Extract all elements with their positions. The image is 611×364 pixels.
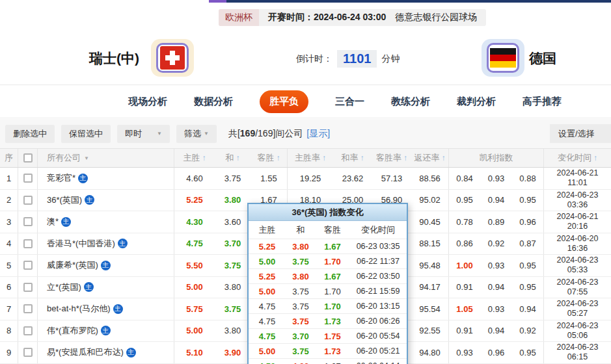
main-company-badge-icon: 主: [78, 174, 88, 183]
popup-home-odds: 4.75: [249, 317, 286, 326]
header-home-rate[interactable]: 主胜率↑: [288, 149, 333, 167]
home-team-name: 瑞士(中): [89, 49, 139, 68]
header-away-label: 客胜: [258, 152, 275, 164]
header-away-odds[interactable]: 客胜↑: [251, 149, 288, 167]
nav-tab[interactable]: 数据分析: [194, 96, 233, 108]
popup-away-odds: 1.70: [316, 302, 349, 311]
kelly-value: 0.92: [512, 320, 544, 342]
checkbox-cell: [18, 277, 38, 298]
nav-tab[interactable]: 三合一: [335, 96, 364, 108]
draw-odds: 3.90: [215, 342, 251, 363]
change-clock: 16:36: [567, 244, 588, 254]
header-company-label: 所有公司: [47, 152, 81, 164]
row-index: 5: [0, 255, 18, 276]
nav-tab[interactable]: 裁判分析: [457, 96, 496, 108]
company-cell: 36*(英国)主: [38, 190, 174, 211]
company-name: 香港马*(中国香港): [47, 238, 115, 250]
company-name: 易*(安提瓜和巴布达): [47, 346, 124, 358]
show-link[interactable]: [显示]: [306, 128, 330, 140]
popup-header-time: 变化时间: [349, 224, 407, 236]
sort-asc-icon: ↑: [202, 153, 206, 162]
change-date: 2024-06-21: [557, 212, 599, 222]
company-name: bet-at-h*(马尔他): [47, 303, 111, 315]
main-company-badge-icon: 主: [118, 239, 128, 248]
popup-row: 4.504.331.6706-20 04:14: [249, 358, 407, 364]
payout-rate: 94.17: [411, 277, 449, 298]
row-checkbox[interactable]: [23, 283, 33, 292]
header-draw-label: 和: [226, 152, 234, 164]
row-checkbox[interactable]: [23, 348, 33, 357]
main-company-badge-icon: 主: [113, 304, 123, 314]
popup-header-draw: 和: [286, 224, 316, 236]
kelly-value: 0.95: [512, 255, 544, 276]
header-home-rate-label: 主胜率: [295, 152, 320, 164]
row-checkbox[interactable]: [23, 196, 33, 205]
sort-asc-icon: ↑: [236, 153, 240, 162]
kelly-value: 0.93: [480, 298, 512, 320]
popup-change-time: 06-22 03:50: [349, 272, 407, 281]
row-checkbox[interactable]: [23, 174, 33, 183]
header-change-time[interactable]: 变化时间↑: [544, 149, 611, 167]
kelly-value: 0.89: [480, 211, 512, 233]
change-time: 2024-06-2111:01: [544, 168, 611, 189]
kelly-value: 0.91: [449, 277, 480, 298]
venue-name: 德意志银行公园球场: [388, 9, 486, 26]
nav-tab[interactable]: 现场分析: [128, 96, 167, 108]
instant-dropdown[interactable]: 即时 ▼: [117, 125, 170, 143]
nav-tab[interactable]: 教练分析: [391, 96, 430, 108]
row-checkbox[interactable]: [23, 217, 33, 226]
keep-selected-button[interactable]: 保留选中: [61, 125, 111, 143]
row-checkbox[interactable]: [23, 304, 33, 313]
settings-button[interactable]: 设置/选择: [550, 124, 611, 143]
row-checkbox[interactable]: [23, 326, 33, 335]
sort-asc-icon: ↑: [403, 153, 407, 162]
header-draw-rate[interactable]: 和率↑: [333, 149, 372, 167]
popup-away-odds: 1.70: [316, 287, 349, 296]
popup-body: 5.253.801.6706-23 03:355.003.751.7006-22…: [249, 239, 407, 364]
popup-draw-odds: 3.75: [286, 302, 316, 311]
popup-draw-odds: 3.80: [286, 272, 316, 281]
change-clock: 05:33: [567, 265, 588, 275]
kelly-value: 0.94: [480, 190, 512, 211]
popup-draw-odds: 4.33: [286, 361, 316, 364]
row-checkbox[interactable]: [23, 261, 33, 270]
header-company[interactable]: 所有公司 ▼: [38, 149, 174, 167]
popup-row: 5.253.801.6706-23 03:35: [249, 239, 407, 254]
row-checkbox[interactable]: [23, 239, 33, 248]
row-index: 8: [0, 320, 18, 342]
checkbox-cell: [18, 211, 38, 233]
kelly-value: 0.93: [449, 342, 480, 363]
company-cell: bet-at-h*(马尔他)主: [38, 298, 174, 320]
main-company-badge-icon: 主: [101, 326, 111, 335]
payout-rate: 92.55: [411, 320, 449, 342]
header-payout-rate[interactable]: 返还率↑: [411, 149, 449, 167]
nav-tab[interactable]: 胜平负: [260, 90, 308, 113]
company-name: 竞彩官*: [47, 172, 75, 184]
payout-rate: 90.45: [411, 211, 449, 233]
popup-draw-odds: 3.75: [286, 287, 316, 296]
toolbar: 删除选中 保留选中 即时 ▼ 筛选 ▼ 共[169/169]间公司 [显示] 设…: [0, 119, 611, 148]
row-index: 7: [0, 298, 18, 320]
popup-away-odds: 1.73: [316, 317, 349, 326]
table-row[interactable]: 1竞彩官*主4.603.751.5519.2523.6257.1388.560.…: [0, 168, 611, 190]
odds-comparison-page: 欧洲杯 开赛时间：2024-06-24 03:00 德意志银行公园球场 瑞士(中…: [0, 0, 611, 364]
main-company-badge-icon: 主: [85, 195, 94, 205]
checkbox-cell: [18, 168, 38, 189]
kelly-value: 0.93: [480, 168, 512, 189]
select-all-checkbox[interactable]: [23, 153, 33, 162]
popup-row: 5.003.751.7006-21 15:59: [249, 283, 407, 298]
draw-rate: 23.62: [333, 168, 372, 189]
filter-dropdown[interactable]: 筛选 ▼: [176, 125, 217, 143]
popup-change-time: 06-20 13:15: [349, 302, 407, 311]
header-home-odds[interactable]: 主胜↑: [174, 149, 215, 167]
header-away-rate[interactable]: 客胜率↑: [372, 149, 411, 167]
home-odds: 4.75: [174, 233, 215, 255]
popup-home-odds: 5.25: [249, 242, 286, 252]
delete-selected-button[interactable]: 删除选中: [5, 125, 55, 143]
flag-frame: [156, 43, 189, 73]
filter-dropdown-label: 筛选: [184, 128, 201, 140]
header-draw-odds[interactable]: 和↑: [215, 149, 251, 167]
change-date: 2024-06-23: [557, 343, 599, 352]
checkbox-cell: [18, 190, 38, 211]
nav-tab[interactable]: 高手推荐: [523, 96, 562, 108]
